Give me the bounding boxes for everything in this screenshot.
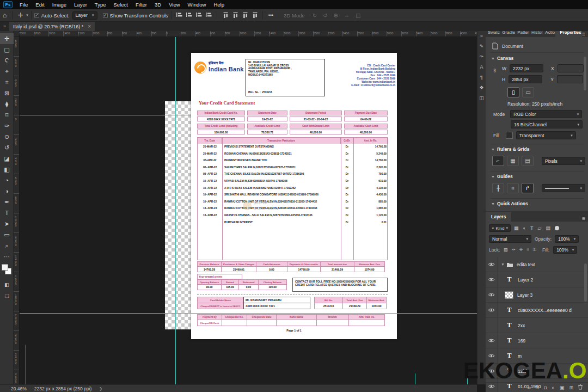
menu-edit[interactable]: Edit bbox=[32, 0, 48, 9]
menu-view[interactable]: View bbox=[165, 0, 183, 9]
layer-name[interactable]: Layer 3 bbox=[517, 292, 532, 298]
chevron-down-icon[interactable]: ▾ bbox=[26, 13, 28, 17]
align-justify-icon[interactable] bbox=[206, 12, 212, 19]
layer-row[interactable]: T2xx bbox=[486, 318, 588, 333]
adjustment-layer-icon[interactable]: ◐ bbox=[552, 385, 555, 390]
layer-row[interactable]: Tc8a0XXXXX...eeeeeee0 d bbox=[486, 303, 588, 318]
width-field[interactable]: 2232 px bbox=[510, 64, 543, 72]
menu-help[interactable]: Help bbox=[210, 0, 228, 9]
auto-select-checkbox[interactable]: ✓ bbox=[34, 13, 39, 18]
tool-quick-selection[interactable]: ⌖ bbox=[0, 66, 14, 77]
layer-row[interactable]: ▼edita text bbox=[486, 257, 588, 272]
dist-top-icon[interactable] bbox=[222, 13, 228, 19]
fill-swatch[interactable] bbox=[506, 132, 513, 139]
filter-toggle[interactable] bbox=[555, 226, 559, 230]
align-right-icon[interactable] bbox=[196, 12, 202, 19]
tool-eraser[interactable]: ◪ bbox=[0, 153, 14, 164]
tool-pen[interactable]: ✒ bbox=[0, 197, 14, 207]
guide-vertical[interactable] bbox=[415, 373, 415, 384]
layer-row[interactable]: T169 bbox=[486, 333, 588, 348]
canvas-section-header[interactable]: Canvas bbox=[497, 56, 513, 61]
foreground-color-swatch[interactable] bbox=[2, 264, 8, 271]
layer-row[interactable]: Layer 3 bbox=[486, 287, 588, 303]
guides-section-header[interactable]: Guides bbox=[497, 174, 513, 179]
bit-depth-dropdown[interactable]: 16 Bits/Channel▾ bbox=[511, 120, 583, 128]
tool-blur[interactable]: ◔ bbox=[0, 175, 14, 186]
guide-vertical[interactable] bbox=[26, 345, 26, 384]
rulers-grids-section-header[interactable]: Rulers & Grids bbox=[497, 146, 530, 152]
screen-mode-button[interactable]: ⬚ bbox=[0, 290, 14, 301]
tool-brush[interactable]: ✑ bbox=[0, 120, 14, 131]
layers-scrollbar[interactable] bbox=[584, 264, 587, 302]
dist-h-icon[interactable] bbox=[251, 13, 258, 19]
portrait-orientation-button[interactable]: ▯ bbox=[507, 87, 519, 97]
tool-zoom[interactable]: ⌕ bbox=[0, 240, 14, 251]
layers-fill-field[interactable]: 100%▾ bbox=[553, 246, 577, 254]
tool-path-selection[interactable]: ➤ bbox=[0, 218, 14, 229]
filter-adjustment-icon[interactable]: ◐ bbox=[523, 225, 526, 231]
brushes-icon[interactable]: ✑ bbox=[480, 54, 484, 59]
layer-visibility-toggle[interactable] bbox=[486, 272, 498, 287]
tool-lasso[interactable]: Ϛ bbox=[0, 55, 14, 66]
layers-tab[interactable]: Layers bbox=[486, 212, 511, 222]
tool-eyedropper[interactable]: ⧫ bbox=[0, 99, 14, 109]
tool-marquee[interactable]: ▢ bbox=[0, 44, 14, 55]
tool-rectangle[interactable]: ▭ bbox=[0, 229, 14, 240]
statement-document[interactable]: इंडियन बैंक Indian Bank Mr. JOHN CITIZEN… bbox=[191, 53, 397, 339]
lock-all-icon[interactable]: ⚿ bbox=[533, 247, 536, 253]
chevron-down-icon[interactable]: ▼ bbox=[501, 262, 505, 266]
fill-dropdown[interactable]: Transparent▾ bbox=[516, 131, 576, 139]
link-dimensions-icon[interactable]: ∞ bbox=[493, 68, 497, 74]
toggle-pixel-grid-button[interactable]: ▤ bbox=[522, 156, 534, 166]
tool-healing-brush[interactable]: ⌑ bbox=[0, 109, 14, 120]
guide-vertical[interactable] bbox=[175, 37, 176, 384]
layer-thumbnail[interactable] bbox=[505, 291, 513, 299]
tool-crop[interactable]: ⌗ bbox=[0, 77, 14, 88]
lock-position-icon[interactable]: ✛ bbox=[519, 247, 523, 253]
text-layer-icon[interactable]: T bbox=[505, 275, 513, 284]
menu-select[interactable]: Select bbox=[109, 0, 131, 9]
layer-visibility-toggle[interactable] bbox=[486, 333, 498, 348]
add-mask-icon[interactable]: ◘ bbox=[544, 385, 547, 390]
tool-type[interactable]: T bbox=[0, 207, 14, 218]
color-mode-dropdown[interactable]: RGB Color▾ bbox=[510, 110, 582, 118]
paragraph-icon[interactable]: ¶ bbox=[480, 75, 483, 80]
menu-layer[interactable]: Layer bbox=[70, 0, 91, 9]
lock-pixels-icon[interactable]: ✑ bbox=[512, 247, 516, 253]
layers-menu-icon[interactable]: ≡ bbox=[582, 216, 588, 222]
menu-filter[interactable]: Filter bbox=[132, 0, 151, 9]
align-left-icon[interactable] bbox=[176, 12, 182, 19]
panel-menu-icon[interactable]: ≡ bbox=[582, 31, 588, 37]
home-icon[interactable]: ⌂ bbox=[0, 11, 9, 19]
text-layer-icon[interactable]: T bbox=[505, 306, 513, 314]
lock-transparency-icon[interactable]: ▨ bbox=[504, 247, 508, 253]
layer-filter-dropdown[interactable]: ⌕ Kind▾ bbox=[489, 224, 511, 232]
delete-layer-icon[interactable] bbox=[578, 384, 583, 391]
show-transform-checkbox[interactable]: ✓ bbox=[103, 13, 108, 18]
auto-select-dropdown[interactable]: Layer▾ bbox=[72, 11, 97, 20]
brush-settings-icon[interactable]: ✎ bbox=[480, 44, 484, 49]
units-dropdown[interactable]: Pixels▾ bbox=[542, 157, 585, 165]
link-layers-icon[interactable]: ∞ bbox=[527, 385, 530, 390]
tool-clone-stamp[interactable]: ⊙ bbox=[0, 131, 14, 142]
dist-bottom-icon[interactable] bbox=[241, 13, 248, 19]
toggle-rulers-button[interactable]: ⌐ bbox=[492, 156, 504, 166]
text-layer-icon[interactable]: T bbox=[505, 321, 513, 329]
libraries-icon[interactable]: ◫ bbox=[479, 95, 484, 101]
opacity-field[interactable]: 100%▾ bbox=[555, 235, 579, 243]
horizontal-ruler[interactable]: 2000180016001400120010008006004002000200… bbox=[20, 31, 477, 37]
layer-name[interactable]: 2xx bbox=[518, 323, 525, 328]
layer-name[interactable]: Layer 2 bbox=[518, 277, 533, 283]
layer-visibility-toggle[interactable] bbox=[486, 287, 498, 303]
properties-scrollbar[interactable] bbox=[584, 57, 586, 90]
lock-guides-button[interactable]: ⌗ bbox=[507, 183, 519, 193]
height-field[interactable]: 2854 px bbox=[509, 75, 542, 83]
tab-overflow-icon[interactable]: » bbox=[0, 22, 9, 31]
lock-artboard-icon[interactable]: ⌗ bbox=[526, 247, 529, 253]
layer-visibility-toggle[interactable] bbox=[486, 257, 498, 272]
tool-more-tools[interactable]: ⋯ bbox=[0, 251, 14, 262]
filter-shape-icon[interactable]: ▱ bbox=[537, 225, 541, 231]
tool-move[interactable]: ✛ bbox=[0, 33, 14, 44]
guide-style-dropdown[interactable]: ▾ bbox=[542, 184, 585, 192]
menu-type[interactable]: Type bbox=[91, 0, 110, 9]
